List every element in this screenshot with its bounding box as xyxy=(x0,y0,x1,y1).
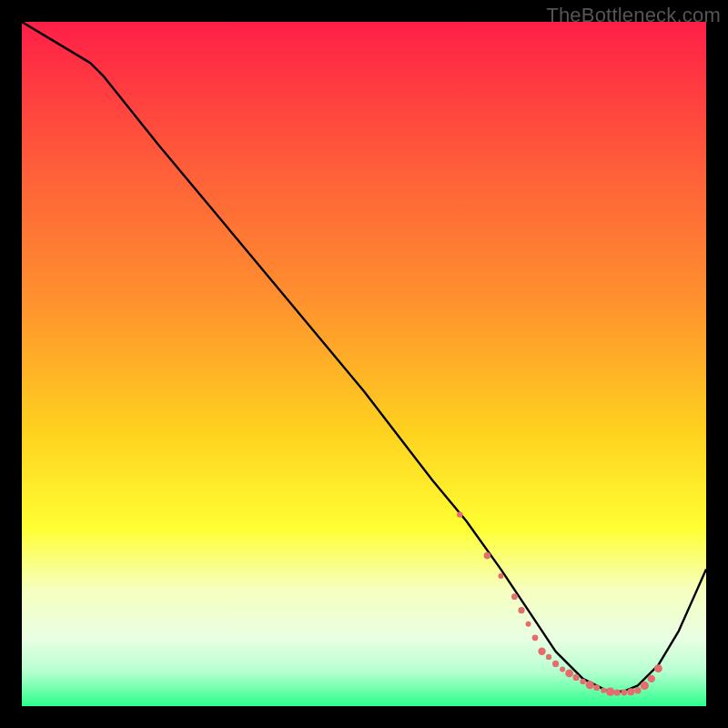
fit-point xyxy=(526,622,531,627)
fit-point xyxy=(538,648,545,655)
fit-point xyxy=(593,684,600,691)
fit-point xyxy=(648,675,655,682)
fit-point xyxy=(606,687,615,696)
fit-point xyxy=(518,607,524,613)
fit-point xyxy=(457,511,462,517)
fit-point xyxy=(552,661,559,667)
fit-point xyxy=(498,573,503,579)
fit-point xyxy=(546,654,551,660)
fit-point xyxy=(641,682,649,690)
fit-point xyxy=(560,666,565,672)
fit-point xyxy=(614,689,621,695)
fit-point xyxy=(565,670,573,678)
fit-point xyxy=(511,593,518,600)
chart-container: TheBottleneck.com xyxy=(0,0,728,728)
fit-point xyxy=(601,688,606,693)
chart-svg xyxy=(22,22,706,706)
fit-point xyxy=(484,552,491,560)
fit-point xyxy=(621,690,627,696)
fit-point xyxy=(654,664,662,672)
fit-point xyxy=(627,688,634,695)
fit-point xyxy=(586,681,594,689)
plot-area xyxy=(22,22,706,706)
fit-point xyxy=(573,674,580,681)
fit-point xyxy=(580,679,585,684)
fit-point xyxy=(532,634,539,641)
svg-rect-0 xyxy=(22,22,706,706)
fit-point xyxy=(634,687,642,694)
